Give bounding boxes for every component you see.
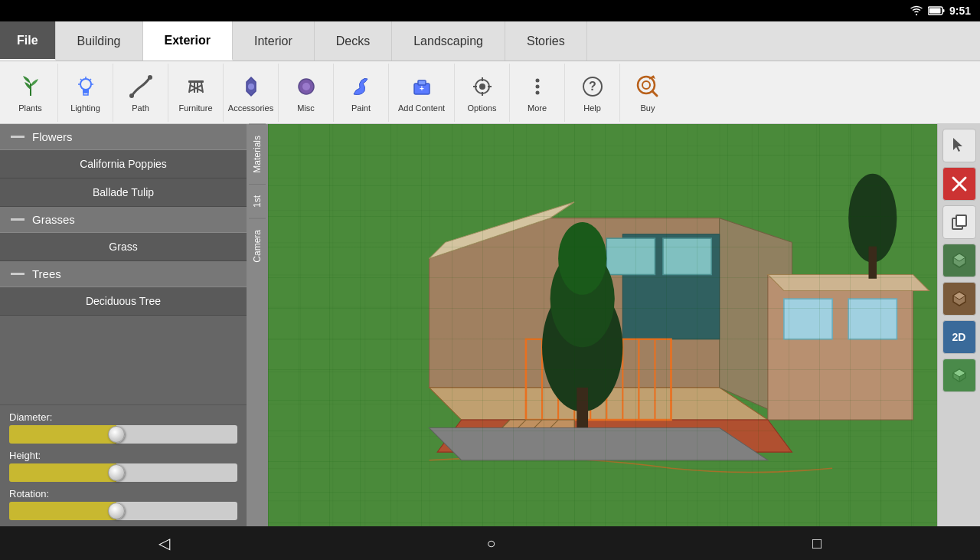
svg-point-28 (535, 90, 539, 94)
delete-button[interactable] (942, 167, 976, 201)
collapse-icon (11, 273, 24, 275)
texture-button[interactable] (942, 282, 976, 316)
sliders-section: Diameter: Height: Rotation: (0, 404, 247, 532)
3d-view-button[interactable] (942, 359, 976, 392)
main-content: Flowers California Poppies Ballade Tulip… (0, 124, 980, 532)
rotation-thumb[interactable] (108, 503, 125, 519)
rotation-slider[interactable] (9, 502, 237, 520)
home-button[interactable]: ○ (471, 529, 511, 558)
svg-marker-70 (430, 428, 768, 460)
svg-rect-48 (848, 299, 897, 339)
tab-bar: File Building Exterior Interior Decks La… (0, 21, 980, 61)
diameter-label: Diameter: (9, 411, 237, 423)
height-slider-row: Height: (9, 450, 237, 482)
tool-more[interactable]: More (510, 64, 565, 122)
svg-rect-22 (473, 86, 477, 87)
toolbar: Plants Lighting Path (0, 61, 980, 124)
rotation-label: Rotation: (9, 488, 237, 499)
misc-label: Misc (297, 103, 315, 113)
svg-point-4 (129, 93, 134, 98)
svg-point-3 (80, 79, 91, 90)
svg-rect-25 (482, 92, 483, 96)
buy-icon (634, 73, 662, 100)
lighting-icon (72, 73, 100, 100)
texture-icon (950, 290, 969, 308)
svg-text:+: + (420, 84, 424, 93)
tool-help[interactable]: ? Help (565, 64, 620, 122)
back-button[interactable]: ◁ (143, 528, 185, 558)
right-panel: 2D (937, 124, 980, 532)
status-bar: 9:51 (0, 0, 980, 21)
item-grass[interactable]: Grass (0, 233, 247, 261)
tool-lighting[interactable]: Lighting (58, 64, 113, 122)
collapse-icon (11, 218, 24, 221)
height-slider[interactable] (9, 463, 237, 482)
tool-furniture[interactable]: Furniture (168, 64, 224, 122)
more-label: More (528, 103, 547, 113)
tool-add-content[interactable]: + Add Content (389, 64, 455, 122)
misc-icon (292, 73, 320, 100)
tab-landscaping[interactable]: Landscaping (392, 21, 505, 61)
svg-marker-43 (768, 274, 929, 290)
tab-decks[interactable]: Decks (315, 21, 392, 61)
diameter-slider-row: Diameter: (9, 411, 237, 444)
tool-accessories[interactable]: Accessories (224, 64, 279, 122)
camera-tab[interactable]: Camera (249, 218, 266, 273)
category-trees-header[interactable]: Trees (0, 261, 247, 287)
tool-buy[interactable]: Buy (620, 64, 675, 122)
recent-button[interactable]: □ (797, 529, 837, 558)
tool-misc[interactable]: Misc (279, 64, 334, 122)
2d-label: 2D (952, 331, 966, 343)
path-label: Path (132, 103, 149, 113)
plants-icon (17, 73, 44, 100)
tab-exterior[interactable]: Exterior (143, 21, 233, 61)
tab-stories[interactable]: Stories (505, 21, 587, 61)
delete-icon (950, 175, 969, 193)
lighting-label: Lighting (70, 103, 100, 113)
3d-view-icon (950, 366, 969, 385)
tab-interior[interactable]: Interior (233, 21, 315, 61)
svg-marker-42 (768, 274, 913, 420)
materials-tab[interactable]: Materials (249, 124, 266, 184)
paint-label: Paint (351, 103, 371, 113)
svg-marker-71 (953, 138, 962, 152)
tab-file[interactable]: File (0, 21, 56, 61)
diameter-slider[interactable] (9, 425, 237, 444)
tool-paint[interactable]: Paint (334, 64, 389, 122)
tool-plants[interactable]: Plants (3, 64, 58, 122)
svg-point-21 (479, 84, 485, 90)
height-thumb[interactable] (108, 464, 125, 481)
svg-rect-46 (663, 238, 711, 274)
item-california-poppies[interactable]: California Poppies (0, 150, 247, 178)
svg-line-33 (652, 91, 657, 96)
add-content-icon: + (408, 73, 436, 100)
svg-rect-1 (942, 9, 944, 12)
category-flowers-header[interactable]: Flowers (0, 124, 247, 150)
house-render (268, 124, 937, 532)
category-grasses-header[interactable]: Grasses (0, 207, 247, 233)
rotation-slider-row: Rotation: (9, 488, 237, 520)
svg-text:?: ? (589, 80, 596, 93)
svg-rect-2 (929, 8, 940, 14)
cursor-button[interactable] (942, 129, 976, 162)
copy-button[interactable] (942, 205, 976, 239)
item-ballade-tulip[interactable]: Ballade Tulip (0, 178, 247, 207)
tool-options[interactable]: Options (455, 64, 510, 122)
material-button[interactable] (942, 244, 976, 277)
grasses-label: Grasses (32, 213, 75, 226)
tab-building[interactable]: Building (56, 21, 143, 61)
svg-point-16 (302, 83, 310, 90)
first-tab[interactable]: 1st (249, 184, 266, 218)
2d-button[interactable]: 2D (942, 320, 976, 354)
item-deciduous-tree[interactable]: Deciduous Tree (0, 287, 247, 316)
accessories-icon (237, 73, 265, 100)
svg-point-27 (535, 84, 539, 88)
svg-rect-47 (784, 299, 832, 339)
diameter-thumb[interactable] (108, 426, 125, 443)
svg-point-5 (148, 75, 152, 80)
height-label: Height: (9, 450, 237, 461)
svg-rect-45 (606, 238, 655, 274)
viewport-3d[interactable] (268, 124, 937, 532)
tool-path[interactable]: Path (113, 64, 168, 122)
collapse-icon (11, 136, 24, 138)
